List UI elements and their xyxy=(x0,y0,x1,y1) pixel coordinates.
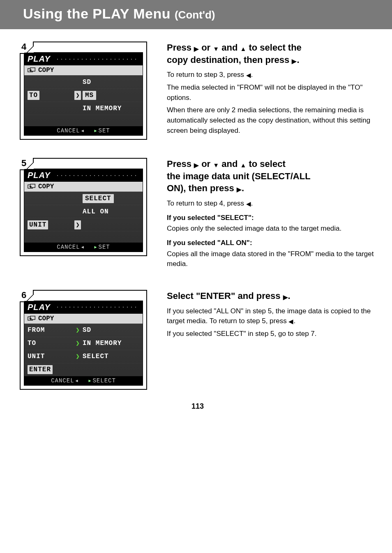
lcd-mode-label: PLAY xyxy=(28,171,51,180)
triangle-left-icon: ◀ xyxy=(76,378,78,383)
page-title: Using the PLAY Menu xyxy=(23,6,175,21)
lcd-screen: PLAY COPY FROM ❯ xyxy=(24,301,143,386)
step-6-body: If you selected "ALL ON" in step 5, the … xyxy=(167,306,376,339)
option-row[interactable]: IN MEMORY xyxy=(24,102,143,115)
tab-dots xyxy=(55,174,139,178)
screenshot-step-5: 5 PLAY COPY xyxy=(20,158,147,256)
chevron-right-icon: ❯ xyxy=(73,352,83,361)
chevron-right-icon: ❯ xyxy=(73,339,83,347)
option-row[interactable]: UNIT ❯ SELECT xyxy=(24,350,143,363)
page-title-cont: (Cont'd) xyxy=(175,9,215,21)
triangle-left-icon: ◀ xyxy=(246,72,251,78)
triangle-right-icon: ▶ xyxy=(95,128,97,133)
step-4-heading: Press ▶ or ▼ and ▲ to select the copy de… xyxy=(167,42,376,66)
lcd-screen: PLAY COPY SELECT xyxy=(24,169,143,252)
triangle-left-icon: ◀ xyxy=(246,201,251,207)
copy-icon xyxy=(28,67,36,73)
triangle-right-icon: ▶ xyxy=(194,162,199,168)
lcd-screen: PLAY COPY SD xyxy=(24,52,143,136)
triangle-right-icon: ▶ xyxy=(95,245,97,250)
lcd-submenu-label: COPY xyxy=(38,67,54,74)
option-row[interactable]: SD xyxy=(24,75,143,88)
chevron-right-icon: ❯ xyxy=(74,220,81,229)
triangle-up-icon: ▲ xyxy=(240,162,247,168)
page-title-bar: Using the PLAY Menu (Cont'd) xyxy=(0,0,392,29)
step-number-5: 5 xyxy=(20,158,34,170)
triangle-right-icon: ▶ xyxy=(194,46,199,52)
step-5-heading: Press ▶ or ▼ and ▲ to select the image d… xyxy=(167,158,376,194)
tab-dots xyxy=(55,57,139,61)
option-row[interactable]: TO ❯ IN MEMORY xyxy=(24,337,143,350)
option-select-text: Copies only the selected image data to t… xyxy=(167,224,376,234)
triangle-up-icon: ▲ xyxy=(240,46,247,52)
option-row-selected[interactable]: UNIT ❯ xyxy=(24,218,143,231)
lcd-footer: CANCEL◀ ▶SET xyxy=(24,243,143,252)
lcd-mode-label: PLAY xyxy=(28,54,51,64)
lcd-footer: CANCEL◀ ▶SET xyxy=(24,126,143,135)
option-row-selected[interactable]: ENTER xyxy=(24,363,143,376)
triangle-right-icon: ▶ xyxy=(88,378,91,383)
option-row-selected[interactable]: TO ❯ MS xyxy=(24,88,143,102)
option-select-title: If you selected "SELECT": xyxy=(167,213,376,223)
copy-icon xyxy=(28,184,36,190)
option-row[interactable]: FROM ❯ SD xyxy=(24,324,143,337)
lcd-footer: CANCEL◀ ▶SELECT xyxy=(24,376,143,385)
chevron-right-icon: ❯ xyxy=(74,91,81,100)
step-number-4: 4 xyxy=(20,42,34,54)
copy-icon xyxy=(28,316,36,322)
lcd-submenu-label: COPY xyxy=(38,183,54,190)
option-allon-text: Copies all the image data stored in the … xyxy=(167,249,376,269)
triangle-right-icon: ▶ xyxy=(292,58,297,64)
triangle-right-icon: ▶ xyxy=(237,186,242,192)
option-allon-title: If you selected "ALL ON": xyxy=(167,238,376,248)
step-5-body: To return to step 4, press ◀. If you sel… xyxy=(167,199,376,269)
option-row[interactable]: SELECT xyxy=(24,192,143,205)
lcd-mode-label: PLAY xyxy=(28,303,51,312)
lcd-submenu-label: COPY xyxy=(38,315,54,322)
step-number-6: 6 xyxy=(20,290,34,302)
tab-dots xyxy=(55,305,139,309)
triangle-left-icon: ◀ xyxy=(288,318,293,324)
screenshot-step-6: 6 PLAY COPY xyxy=(20,290,147,390)
step-6-heading: Select "ENTER" and press ▶. xyxy=(167,290,376,302)
triangle-down-icon: ▼ xyxy=(213,162,219,168)
screenshot-step-4: 4 PLAY COPY xyxy=(20,42,147,140)
triangle-right-icon: ▶ xyxy=(283,294,288,300)
triangle-down-icon: ▼ xyxy=(213,46,219,52)
triangle-left-icon: ◀ xyxy=(81,128,84,133)
page-number: 113 xyxy=(20,402,376,411)
step-4-body: To return to step 3, press ◀. The media … xyxy=(167,70,376,136)
triangle-left-icon: ◀ xyxy=(81,245,84,250)
chevron-right-icon: ❯ xyxy=(73,326,83,334)
option-row[interactable]: ALL ON xyxy=(24,205,143,218)
